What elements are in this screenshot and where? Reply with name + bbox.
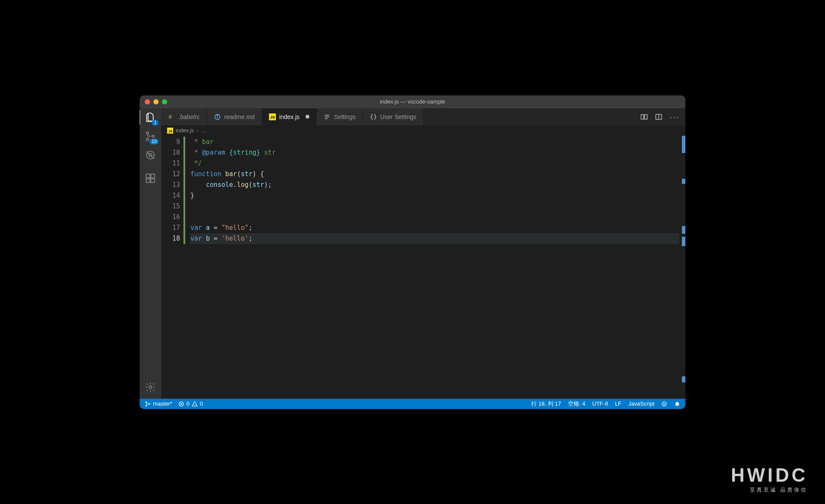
babel-icon: б: [168, 113, 175, 120]
svg-point-1: [147, 138, 149, 141]
svg-text:б: б: [169, 114, 172, 119]
status-notifications[interactable]: [674, 401, 680, 407]
status-encoding[interactable]: UTF-8: [592, 400, 608, 407]
activity-debug[interactable]: [145, 150, 156, 161]
breadcrumb-separator: ›: [196, 128, 198, 134]
svg-rect-8: [151, 179, 155, 183]
status-indent[interactable]: 空格: 4: [568, 400, 585, 408]
split-editor-icon[interactable]: [655, 113, 663, 121]
more-actions-icon[interactable]: ···: [669, 115, 679, 119]
status-branch-label: master*: [153, 400, 172, 407]
tab-label: index.js: [279, 113, 299, 120]
code-line[interactable]: [190, 201, 679, 212]
code-area[interactable]: * bar * @param {string} str */function b…: [185, 136, 679, 399]
js-icon: JS: [269, 113, 276, 120]
svg-point-0: [147, 131, 149, 134]
close-window-button[interactable]: [145, 99, 150, 104]
status-feedback[interactable]: [661, 401, 667, 407]
line-number: 10: [161, 147, 180, 158]
status-language[interactable]: JavaScript: [628, 400, 654, 407]
code-line[interactable]: console.log(str);: [190, 180, 679, 190]
status-bar: master* 0 0 行 18, 列 17 空格: 4 UTF-8 LF Ja…: [140, 399, 685, 409]
activity-settings[interactable]: [145, 382, 156, 393]
tab--babelrc[interactable]: б .babelrc: [161, 108, 207, 125]
line-number: 17: [161, 223, 180, 233]
svg-point-24: [662, 401, 667, 406]
js-file-icon: JS: [167, 128, 173, 134]
line-number: 16: [161, 212, 180, 223]
scm-badge: 13: [150, 139, 159, 144]
code-line[interactable]: [190, 212, 679, 223]
braces-icon: [370, 113, 377, 120]
svg-rect-5: [146, 174, 150, 178]
svg-point-25: [663, 403, 664, 403]
svg-text:JS: JS: [270, 115, 275, 119]
title-bar: index.js — vscode-sample: [140, 95, 685, 108]
tab-label: readme.md: [224, 113, 255, 120]
tab-bar: б .babelrc readme.mdJS index.js Settings…: [161, 108, 685, 125]
breadcrumb-rest: …: [201, 128, 207, 134]
explorer-badge: 1: [152, 120, 159, 125]
overview-mark: [682, 376, 685, 382]
breadcrumb-file: index.js: [176, 128, 194, 134]
code-line[interactable]: * @param {string} str: [190, 147, 679, 158]
status-eol[interactable]: LF: [615, 400, 621, 407]
line-number: 12: [161, 169, 180, 180]
status-branch[interactable]: master*: [145, 400, 172, 407]
breadcrumb[interactable]: JS index.js › …: [161, 125, 685, 136]
tab-index-js[interactable]: JS index.js: [262, 108, 317, 125]
code-line[interactable]: */: [190, 158, 679, 169]
svg-text:JS: JS: [168, 129, 173, 133]
activity-bar: 1 13: [140, 108, 161, 399]
svg-rect-7: [146, 179, 150, 183]
editor[interactable]: 9101112131415161718 * bar * @param {stri…: [161, 136, 685, 399]
activity-extensions[interactable]: [145, 173, 156, 184]
code-line[interactable]: var a = "hello";: [190, 223, 679, 233]
window-title: index.js — vscode-sample: [140, 98, 685, 105]
svg-point-22: [149, 403, 150, 404]
svg-point-20: [146, 401, 147, 403]
line-number: 14: [161, 190, 180, 201]
code-line[interactable]: * bar: [190, 137, 679, 147]
dirty-indicator: [306, 115, 309, 119]
minimize-window-button[interactable]: [153, 99, 159, 104]
activity-explorer[interactable]: 1: [145, 112, 156, 123]
code-line[interactable]: var b = 'hello';: [190, 233, 679, 244]
status-cursor[interactable]: 行 18, 列 17: [531, 400, 561, 408]
lines-icon: [324, 113, 330, 120]
overview-mark: [682, 226, 685, 234]
svg-point-12: [217, 115, 218, 116]
svg-point-26: [665, 403, 665, 403]
overview-mark: [682, 237, 685, 246]
line-number: 11: [161, 158, 180, 169]
line-number: 18: [161, 233, 180, 244]
zoom-window-button[interactable]: [162, 99, 167, 104]
overview-mark: [682, 179, 685, 184]
info-icon: [214, 113, 221, 120]
tab-label: .babelrc: [178, 113, 200, 120]
line-number-gutter: 9101112131415161718: [161, 136, 183, 399]
svg-rect-15: [641, 114, 644, 119]
overview-mark: [682, 136, 685, 153]
line-number: 13: [161, 180, 180, 190]
svg-point-9: [149, 385, 152, 388]
tab-label: Settings: [334, 113, 356, 120]
code-line[interactable]: }: [190, 190, 679, 201]
code-line[interactable]: function bar(str) {: [190, 169, 679, 180]
tab-readme-md[interactable]: readme.md: [207, 108, 262, 125]
status-warnings: 0: [200, 400, 203, 407]
watermark: HWIDC 至真至诚 品质保住: [731, 466, 808, 494]
compare-changes-icon[interactable]: [640, 113, 648, 121]
status-errors: 0: [186, 400, 189, 407]
svg-point-21: [146, 405, 147, 406]
activity-source-control[interactable]: 13: [145, 131, 156, 142]
svg-point-2: [152, 135, 154, 137]
tab-settings[interactable]: Settings: [317, 108, 363, 125]
line-number: 9: [161, 137, 180, 147]
tab-user-settings[interactable]: User Settings: [363, 108, 424, 125]
line-number: 15: [161, 201, 180, 212]
status-problems[interactable]: 0 0: [178, 400, 203, 407]
svg-rect-6: [151, 174, 155, 178]
overview-ruler[interactable]: [679, 136, 685, 399]
window-controls: [145, 99, 167, 104]
